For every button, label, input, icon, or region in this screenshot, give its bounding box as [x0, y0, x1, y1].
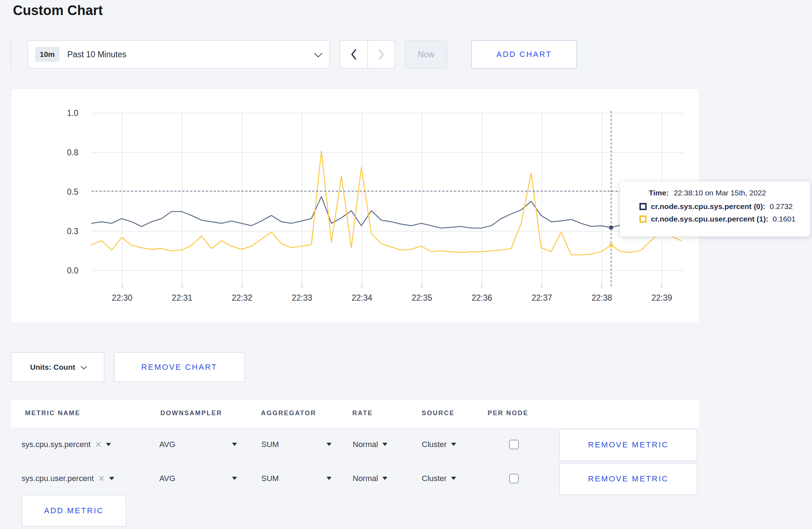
- x-axis-tick-label: 22:38: [591, 293, 612, 302]
- source-select[interactable]: Cluster: [422, 440, 456, 449]
- series-line: [92, 151, 681, 255]
- tooltip-time: Time:22:38:10 on Mar 15th, 2022: [649, 189, 810, 197]
- tooltip-series-row: cr.node.sys.cpu.user.percent (1): 0.1601: [639, 215, 810, 223]
- time-window-select[interactable]: 10m Past 10 Minutes: [27, 40, 330, 69]
- downsampler-select[interactable]: AVG: [159, 440, 237, 449]
- caret-down-icon: [232, 443, 237, 446]
- chart-plot[interactable]: 1.00.80.50.30.022:3022:3122:3222:3322:34…: [11, 89, 700, 324]
- column-header-per-node: PER NODE: [488, 409, 528, 417]
- x-axis-tick-label: 22:31: [172, 293, 193, 302]
- tooltip-series-value: 0.2732: [770, 202, 793, 211]
- metric-name-select[interactable]: sys.cpu.sys.percent ✕: [21, 440, 111, 449]
- source-value: Cluster: [422, 440, 447, 449]
- downsampler-select[interactable]: AVG: [159, 474, 237, 483]
- caret-down-icon: [451, 477, 456, 480]
- source-select[interactable]: Cluster: [422, 474, 456, 483]
- x-axis-tick-label: 22:32: [232, 293, 252, 302]
- rate-select[interactable]: Normal: [353, 440, 387, 449]
- remove-metric-button[interactable]: REMOVE METRIC: [559, 463, 697, 495]
- crosshair-point: [609, 226, 613, 229]
- x-axis-tick-label: 22:34: [352, 293, 372, 302]
- remove-metric-button[interactable]: REMOVE METRIC: [559, 429, 697, 461]
- aggregator-select[interactable]: SUM: [261, 474, 332, 483]
- x-axis-tick-label: 22:35: [412, 293, 432, 302]
- y-axis-tick-label: 0.5: [67, 187, 78, 196]
- aggregator-value: SUM: [261, 440, 279, 449]
- now-button[interactable]: Now: [405, 40, 448, 69]
- metrics-table-body: sys.cpu.sys.percent ✕ AVG SUM Normal Clu…: [11, 427, 699, 495]
- toolbar: 10m Past 10 Minutes Now ADD CHART: [11, 40, 577, 69]
- aggregator-select[interactable]: SUM: [261, 440, 332, 449]
- prev-time-button[interactable]: [340, 41, 367, 68]
- toolbar-divider: [11, 40, 11, 69]
- metric-name-select[interactable]: sys.cpu.user.percent ✕: [21, 474, 114, 483]
- tooltip-time-label: Time:: [649, 189, 669, 197]
- per-node-checkbox[interactable]: [509, 474, 519, 483]
- per-node-checkbox[interactable]: [509, 440, 519, 449]
- chevron-right-icon: [377, 48, 385, 60]
- tooltip-series-row: cr.node.sys.cpu.sys.percent (0): 0.2732: [639, 202, 810, 211]
- add-chart-button[interactable]: ADD CHART: [471, 40, 577, 69]
- x-axis-tick-label: 22:36: [472, 293, 492, 302]
- caret-down-icon: [327, 443, 332, 446]
- metrics-table-header: METRIC NAME DOWNSAMPLER AGGREGATOR RATE …: [11, 400, 699, 427]
- chart-card: 1.00.80.50.30.022:3022:3122:3222:3322:34…: [11, 88, 699, 323]
- series-swatch-icon: [639, 203, 647, 210]
- rate-value: Normal: [353, 440, 378, 449]
- rate-value: Normal: [353, 474, 378, 483]
- column-header-rate: RATE: [352, 409, 373, 417]
- caret-down-icon: [382, 443, 387, 446]
- series-line: [92, 196, 681, 228]
- x-axis-tick-label: 22:33: [292, 293, 313, 302]
- y-axis-tick-label: 1.0: [67, 108, 78, 118]
- x-axis-tick-label: 22:37: [532, 293, 552, 302]
- next-time-button[interactable]: [367, 41, 395, 68]
- clear-metric-icon[interactable]: ✕: [95, 440, 102, 449]
- chevron-down-icon: [314, 49, 323, 58]
- clear-metric-icon[interactable]: ✕: [98, 474, 105, 483]
- caret-down-icon: [382, 477, 387, 480]
- series-swatch-icon: [639, 215, 647, 223]
- downsampler-value: AVG: [159, 440, 175, 449]
- tooltip-series-label: cr.node.sys.cpu.sys.percent (0):: [651, 202, 765, 211]
- caret-down-icon: [106, 443, 111, 446]
- caret-down-icon: [109, 477, 114, 480]
- caret-down-icon: [451, 443, 456, 446]
- source-value: Cluster: [422, 474, 447, 483]
- x-axis-tick-label: 22:39: [652, 293, 672, 302]
- metric-name-value: sys.cpu.user.percent: [21, 474, 94, 483]
- units-select[interactable]: Units: Count: [11, 352, 105, 382]
- chevron-down-icon: [81, 363, 87, 369]
- add-metric-button[interactable]: ADD METRIC: [21, 495, 126, 527]
- remove-chart-button[interactable]: REMOVE CHART: [114, 352, 245, 382]
- y-axis-tick-label: 0.8: [67, 148, 78, 157]
- chart-controls-row: Units: Count REMOVE CHART: [11, 352, 245, 382]
- column-header-source: SOURCE: [422, 409, 455, 417]
- units-label: Units: Count: [30, 363, 75, 372]
- crosshair-point: [609, 244, 613, 247]
- caret-down-icon: [327, 477, 332, 480]
- y-axis-tick-label: 0.0: [67, 266, 78, 275]
- page-title: Custom Chart: [13, 3, 103, 18]
- tooltip-time-value: 22:38:10 on Mar 15th, 2022: [674, 189, 766, 197]
- caret-down-icon: [232, 477, 237, 480]
- table-row: sys.cpu.user.percent ✕ AVG SUM Normal Cl…: [11, 461, 699, 495]
- x-axis-tick-label: 22:30: [112, 293, 132, 302]
- column-header-metric-name: METRIC NAME: [25, 409, 81, 417]
- time-window-label: Past 10 Minutes: [67, 50, 314, 59]
- column-header-aggregator: AGGREGATOR: [261, 409, 316, 417]
- aggregator-value: SUM: [261, 474, 279, 483]
- time-nav-group: [339, 40, 395, 69]
- column-header-downsampler: DOWNSAMPLER: [160, 409, 222, 417]
- metric-name-value: sys.cpu.sys.percent: [21, 440, 91, 449]
- time-window-badge: 10m: [35, 47, 59, 62]
- chart-tooltip: Time:22:38:10 on Mar 15th, 2022 cr.node.…: [620, 181, 810, 237]
- tooltip-series-value: 0.1601: [773, 215, 796, 223]
- table-row: sys.cpu.sys.percent ✕ AVG SUM Normal Clu…: [11, 427, 699, 461]
- downsampler-value: AVG: [159, 474, 175, 483]
- y-axis-tick-label: 0.3: [67, 227, 78, 236]
- tooltip-series-label: cr.node.sys.cpu.user.percent (1):: [651, 215, 768, 223]
- chevron-left-icon: [350, 48, 358, 60]
- rate-select[interactable]: Normal: [353, 474, 387, 483]
